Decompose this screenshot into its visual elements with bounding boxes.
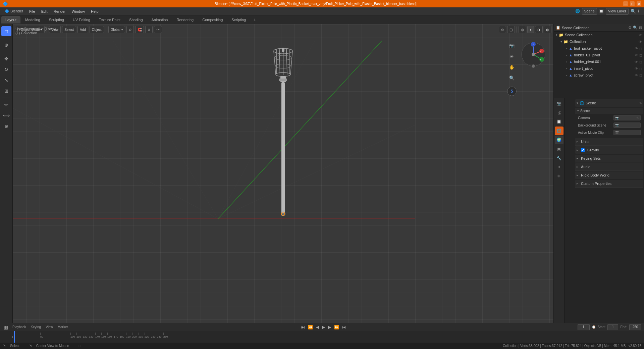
jump-to-start-btn[interactable]: ⏮ xyxy=(300,325,306,330)
menu-render[interactable]: Render xyxy=(51,9,68,14)
show-overlays-btn[interactable]: ⊙ xyxy=(499,26,506,33)
end-frame-input[interactable] xyxy=(629,324,641,330)
minimize-button[interactable]: — xyxy=(623,1,628,6)
fruit-eye[interactable]: 👁 xyxy=(635,47,638,50)
sun-light-btn[interactable]: ☀ xyxy=(507,52,517,61)
measure-tool[interactable]: ⟺ xyxy=(1,110,11,120)
scene-collection-eye[interactable]: 👁 xyxy=(639,33,642,37)
jump-to-end-btn[interactable]: ⏭ xyxy=(341,325,347,330)
rigid-body-world-header[interactable]: ▸ Rigid Body World xyxy=(575,171,643,179)
outliner-filter-icon[interactable]: ⚙ xyxy=(628,26,632,30)
play-btn[interactable]: ▶ xyxy=(321,325,326,330)
scene-section-edit-icon[interactable]: ✎ xyxy=(639,101,642,105)
tab-layout[interactable]: Layout xyxy=(1,16,20,23)
playback-label[interactable]: Playback xyxy=(11,325,28,329)
view-layer-properties-tab[interactable]: 🔲 xyxy=(555,117,564,126)
object-menu[interactable]: Object xyxy=(90,26,104,33)
hand-btn[interactable]: ✋ xyxy=(507,62,517,72)
view-label[interactable]: View xyxy=(44,325,54,329)
camera-value[interactable]: 📷 ✎ xyxy=(613,115,641,120)
menu-file[interactable]: File xyxy=(26,9,38,14)
tab-uv-editing[interactable]: UV Editing xyxy=(69,16,94,23)
step-forward-btn[interactable]: ▶ xyxy=(327,325,332,330)
global-selector[interactable]: Global ▾ xyxy=(108,26,125,33)
viewport[interactable]: ◻ Object Mode ▾ View Select Add Object G… xyxy=(13,24,553,323)
menu-help[interactable]: Help xyxy=(88,9,101,14)
tab-animation[interactable]: Animation xyxy=(148,16,172,23)
viewport-view-menu[interactable]: View xyxy=(49,26,61,33)
outliner-search-icon[interactable]: 🔍 xyxy=(633,26,638,30)
outliner-item-holder001[interactable]: ▸ ▲ holder_pivot.001 👁 ◻ xyxy=(554,58,644,65)
navigation-gizmo[interactable]: X Y Z ⊙ xyxy=(520,41,547,68)
modifier-properties-tab[interactable]: 🔧 xyxy=(555,154,564,162)
material-shading-btn[interactable]: ◑ xyxy=(535,26,543,33)
menu-window[interactable]: Window xyxy=(69,9,88,14)
add-tool[interactable]: ⊕ xyxy=(1,121,11,131)
collection-eye[interactable]: 👁 xyxy=(639,40,642,44)
units-section-header[interactable]: ▸ Units xyxy=(575,138,643,145)
render-properties-tab[interactable]: 📷 xyxy=(555,99,564,108)
outliner-item-holder01[interactable]: ▸ ▲ holder_01_pivot 👁 ◻ xyxy=(554,52,644,58)
numpad-5-btn[interactable]: 5 xyxy=(507,87,517,96)
holder01-eye[interactable]: 👁 xyxy=(635,53,638,57)
holder001-eye[interactable]: 👁 xyxy=(635,60,638,64)
scale-tool[interactable]: ⤡ xyxy=(1,75,11,85)
custom-properties-header[interactable]: ▸ Custom Properties xyxy=(575,180,643,187)
outliner-item-fruit[interactable]: ▸ ▲ fruit_picker_pivot 👁 ◻ xyxy=(554,45,644,52)
timeline-ruler[interactable]: 1 50 100 110 xyxy=(0,331,644,343)
cursor-tool[interactable]: ⊕ xyxy=(1,40,11,50)
show-xray-btn[interactable]: ◫ xyxy=(507,26,515,33)
marker-label[interactable]: Marker xyxy=(56,325,69,329)
pivot-selector[interactable]: ⊙ xyxy=(126,26,134,33)
scene-properties-tab[interactable]: 🌐 xyxy=(555,127,564,135)
jump-next-keyframe-btn[interactable]: ⏩ xyxy=(333,325,340,330)
tab-rendering[interactable]: Rendering xyxy=(172,16,198,23)
particles-properties-tab[interactable]: ✦ xyxy=(555,163,564,171)
tab-shading[interactable]: Shading xyxy=(125,16,147,23)
tab-compositing[interactable]: Compositing xyxy=(198,16,227,23)
movie-clip-icon[interactable]: 🎬 xyxy=(615,131,619,134)
select-menu[interactable]: Select xyxy=(62,26,76,33)
outliner-item-insert[interactable]: ▸ ▲ insert_pivot 👁 ◻ xyxy=(554,65,644,72)
gravity-section-header[interactable]: ▸ Gravity xyxy=(575,146,643,154)
select-box-tool[interactable]: ◻ xyxy=(1,26,11,36)
tab-scripting[interactable]: Scripting xyxy=(227,16,250,23)
menu-blender[interactable]: 🔷 Blender xyxy=(2,8,26,14)
tab-modeling[interactable]: Modeling xyxy=(21,16,44,23)
snap-btn[interactable]: 🧲 xyxy=(135,26,144,33)
scene-section-header[interactable]: ▾ 🌐 Scene ✎ xyxy=(575,99,643,107)
output-properties-tab[interactable]: 🖨 xyxy=(555,108,564,117)
menu-edit[interactable]: Edit xyxy=(39,9,50,14)
zoom-btn[interactable]: 🔍 xyxy=(507,73,517,83)
tab-sculpting[interactable]: Sculpting xyxy=(45,16,68,23)
falloff-btn[interactable]: 〜 xyxy=(154,26,162,33)
audio-section-header[interactable]: ▸ Audio xyxy=(575,163,643,170)
search-icon[interactable]: 🔍 xyxy=(631,9,636,14)
start-frame-input[interactable] xyxy=(607,324,618,330)
add-tab-button[interactable]: + xyxy=(251,16,259,23)
rendered-shading-btn[interactable]: ◐ xyxy=(544,26,551,33)
maximize-button[interactable]: □ xyxy=(630,1,635,6)
timeline-editor-type[interactable]: ▦ xyxy=(3,325,9,330)
solid-shading-btn[interactable]: ● xyxy=(527,26,534,33)
keying-label[interactable]: Keying xyxy=(30,325,43,329)
annotate-tool[interactable]: ✏ xyxy=(1,100,11,110)
proportional-btn[interactable]: ⊚ xyxy=(145,26,153,33)
wireframe-shading-btn[interactable]: ◎ xyxy=(519,26,526,33)
current-frame-input[interactable] xyxy=(578,324,590,330)
mode-selector[interactable]: ◻ Object Mode ▾ xyxy=(15,26,45,33)
world-properties-tab[interactable]: 🌍 xyxy=(555,136,564,144)
object-properties-tab[interactable]: ▣ xyxy=(555,145,564,153)
rotate-tool[interactable]: ↻ xyxy=(1,64,11,74)
jump-prev-keyframe-btn[interactable]: ⏪ xyxy=(307,325,314,330)
close-button[interactable]: ✕ xyxy=(637,1,641,6)
screw-eye[interactable]: 👁 xyxy=(635,73,638,77)
scene-selector[interactable]: Scene xyxy=(582,8,597,15)
bg-scene-icon[interactable]: 📷 xyxy=(615,123,619,127)
tab-texture-paint[interactable]: Texture Paint xyxy=(95,16,124,23)
outliner-collection[interactable]: ▾ 📁 Collection 👁 xyxy=(554,38,644,45)
outliner-item-screw[interactable]: ▸ ▲ screw_pivot 👁 ◻ xyxy=(554,72,644,79)
keying-sets-header[interactable]: ▸ Keying Sets xyxy=(575,155,643,162)
add-menu[interactable]: Add xyxy=(77,26,88,33)
active-movie-clip-value[interactable]: 🎬 xyxy=(613,130,641,135)
